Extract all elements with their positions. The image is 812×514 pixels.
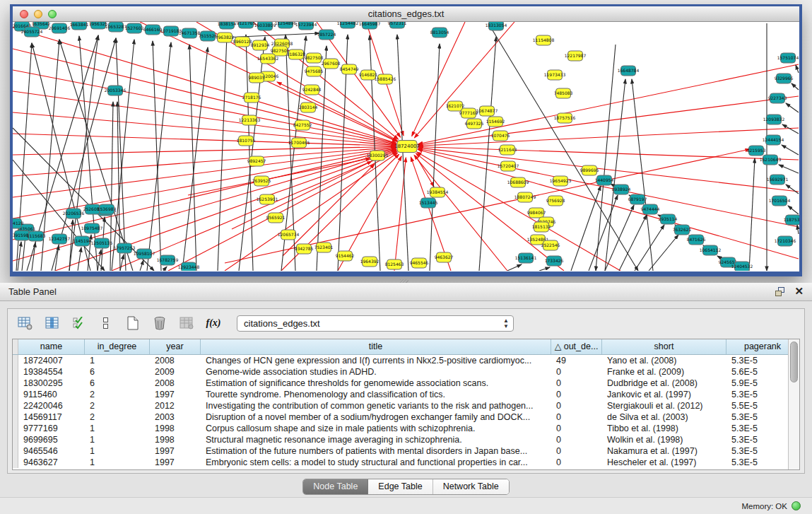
graph-node[interactable]: 12093832 bbox=[763, 115, 785, 124]
graph-node[interactable]: 17957253 bbox=[114, 243, 136, 253]
cell-name[interactable]: 19384554 bbox=[18, 366, 85, 378]
graph-node[interactable]: 19654923 bbox=[550, 176, 572, 186]
cell-title[interactable]: Tourette syndrome. Phenomenology and cla… bbox=[201, 389, 551, 400]
graph-node[interactable]: 9242848 bbox=[302, 85, 322, 95]
cell-title[interactable]: Changes of HCN gene expression and I(f) … bbox=[201, 355, 551, 366]
cell-pagerank[interactable]: 5.3E-5 bbox=[726, 457, 788, 468]
cell-year[interactable]: 2003 bbox=[150, 411, 201, 423]
graph-node[interactable]: 8938924 bbox=[612, 185, 631, 194]
cell-short[interactable]: Stergiakouli et al. (2012) bbox=[602, 400, 726, 411]
graph-node[interactable]: 1733426 bbox=[545, 256, 564, 266]
table-selector-dropdown[interactable]: citations_edges.txt ▲▼ bbox=[237, 315, 514, 332]
cell-name[interactable]: 9115460 bbox=[18, 389, 85, 400]
column-header-in_degree[interactable]: in_degree bbox=[85, 339, 150, 354]
graph-node[interactable]: 15723944 bbox=[295, 22, 317, 30]
graph-node[interactable]: 1964392 bbox=[360, 257, 379, 267]
graph-node[interactable]: 16645987 bbox=[359, 22, 381, 29]
graph-node[interactable]: 8813054 bbox=[430, 28, 449, 37]
cell-name[interactable]: 22420046 bbox=[18, 400, 85, 411]
graph-node[interactable]: 9154462 bbox=[336, 251, 355, 261]
graph-node[interactable]: 9892457 bbox=[247, 156, 266, 166]
cell-name[interactable]: 9463627 bbox=[18, 457, 85, 468]
graph-node[interactable]: 1527602 bbox=[125, 23, 144, 33]
graph-node[interactable]: 6466160 bbox=[143, 25, 163, 35]
graph-node[interactable]: 6497325 bbox=[465, 119, 484, 129]
graph-node[interactable]: 9465546 bbox=[410, 258, 429, 268]
graph-node[interactable]: 10688609 bbox=[507, 177, 529, 187]
cell-title[interactable]: Corpus callosum shape and size in male p… bbox=[201, 423, 551, 434]
cell-out_de[interactable]: 49 bbox=[551, 355, 602, 366]
cell-pagerank[interactable]: 5.3E-5 bbox=[726, 423, 788, 434]
graph-node[interactable]: 8960128 bbox=[233, 37, 252, 47]
cell-title[interactable]: Embryonic stem cells: a model to study s… bbox=[201, 457, 551, 468]
table-row[interactable]: 946362711997Embryonic stem cells: a mode… bbox=[13, 457, 788, 468]
cell-in_degree[interactable]: 2 bbox=[85, 400, 150, 411]
cell-year[interactable]: 2012 bbox=[150, 400, 201, 411]
cell-pagerank[interactable]: 5.5E-5 bbox=[726, 400, 788, 411]
cell-out_de[interactable]: 0 bbox=[551, 378, 602, 389]
function-builder-icon[interactable]: f(x) bbox=[204, 315, 223, 332]
cell-out_de[interactable]: 0 bbox=[551, 434, 602, 445]
graph-node[interactable]: 15692971 bbox=[767, 175, 789, 185]
graph-node[interactable]: 18807249 bbox=[514, 192, 536, 202]
graph-node[interactable]: 2803144 bbox=[299, 103, 318, 112]
graph-node[interactable]: 16253901 bbox=[257, 194, 278, 204]
close-panel-icon[interactable]: ✕ bbox=[794, 286, 804, 297]
cell-out_de[interactable]: 0 bbox=[551, 445, 602, 457]
cell-year[interactable]: 1998 bbox=[150, 434, 201, 445]
cell-in_degree[interactable]: 1 bbox=[85, 434, 150, 445]
cell-in_degree[interactable]: 2 bbox=[85, 389, 150, 400]
cell-short[interactable]: Tibbo et al. (1998) bbox=[602, 423, 726, 434]
graph-node[interactable]: 10654112 bbox=[700, 245, 722, 255]
network-canvas[interactable]: 2016643163564224055724206914061663841195… bbox=[13, 22, 799, 271]
column-header-year[interactable]: year bbox=[150, 339, 201, 354]
cell-out_de[interactable]: 0 bbox=[551, 411, 602, 423]
cell-title[interactable]: Disruption of a novel member of a sodium… bbox=[201, 411, 551, 423]
cell-pagerank[interactable]: 5.3E-5 bbox=[726, 445, 788, 457]
graph-node[interactable]: 11254482 bbox=[337, 22, 359, 28]
graph-node[interactable]: 7963822 bbox=[216, 33, 235, 42]
cell-in_degree[interactable]: 1 bbox=[85, 457, 150, 468]
graph-node[interactable]: 9827508 bbox=[305, 53, 324, 63]
graph-node[interactable]: 14671358 bbox=[179, 28, 201, 38]
cell-title[interactable]: Estimation of significance thresholds fo… bbox=[201, 378, 551, 389]
cell-title[interactable]: Investigating the contribution of common… bbox=[201, 400, 551, 411]
graph-node[interactable]: 11973433 bbox=[544, 70, 566, 80]
graph-node[interactable]: 7639525 bbox=[252, 176, 271, 186]
graph-node[interactable]: 7857224 bbox=[317, 30, 336, 40]
graph-node[interactable]: 1663841 bbox=[70, 22, 89, 30]
citation-network-graph[interactable]: 2016643163564224055724206914061663841195… bbox=[13, 22, 799, 271]
graph-node[interactable]: 8125463 bbox=[385, 259, 404, 269]
graph-node[interactable]: 11254896 bbox=[275, 22, 297, 28]
graph-node[interactable]: 1440954 bbox=[595, 175, 614, 185]
cell-in_degree[interactable]: 6 bbox=[85, 378, 150, 389]
cell-year[interactable]: 1997 bbox=[150, 457, 201, 468]
graph-node[interactable]: 2967608 bbox=[322, 59, 341, 69]
cell-pagerank[interactable]: 5.3E-5 bbox=[726, 411, 788, 423]
graph-node[interactable]: 9474444 bbox=[641, 204, 660, 214]
graph-node[interactable]: 16648784 bbox=[618, 66, 640, 76]
graph-node[interactable]: 9899695 bbox=[580, 165, 599, 175]
graph-node[interactable]: 9756928 bbox=[546, 196, 565, 206]
tab-node-table[interactable]: Node Table bbox=[303, 479, 368, 494]
column-header-title[interactable]: title bbox=[201, 339, 551, 354]
graph-node[interactable]: 7523401 bbox=[314, 243, 334, 252]
graph-node[interactable]: 15136141 bbox=[515, 253, 537, 263]
delete-table-icon[interactable] bbox=[151, 315, 169, 332]
table-row[interactable]: 969969511998Structural magnetic resonanc… bbox=[13, 434, 788, 445]
table-row[interactable]: 1456911722003Disruption of a novel membe… bbox=[13, 411, 788, 423]
graph-node[interactable]: 9463627 bbox=[435, 252, 454, 262]
graph-node[interactable]: 9572311 bbox=[388, 22, 407, 28]
cell-out_de[interactable]: 0 bbox=[551, 366, 602, 378]
graph-node[interactable]: 10674877 bbox=[476, 106, 498, 116]
cell-name[interactable]: 18300295 bbox=[18, 378, 85, 389]
cell-in_degree[interactable]: 1 bbox=[85, 355, 150, 366]
graph-node[interactable]: 1070476 bbox=[491, 131, 510, 141]
graph-node[interactable]: 6879197 bbox=[628, 194, 647, 204]
graph-node[interactable]: 12342757 bbox=[49, 234, 71, 244]
graph-node[interactable]: 1810755 bbox=[237, 136, 256, 146]
graph-node[interactable]: 7485083 bbox=[554, 88, 573, 98]
table-row[interactable]: 977716911998Corpus callosum shape and si… bbox=[13, 423, 788, 434]
graph-node[interactable]: 15885426 bbox=[375, 74, 396, 84]
cell-short[interactable]: Dudbridge et al. (2008) bbox=[602, 378, 726, 389]
